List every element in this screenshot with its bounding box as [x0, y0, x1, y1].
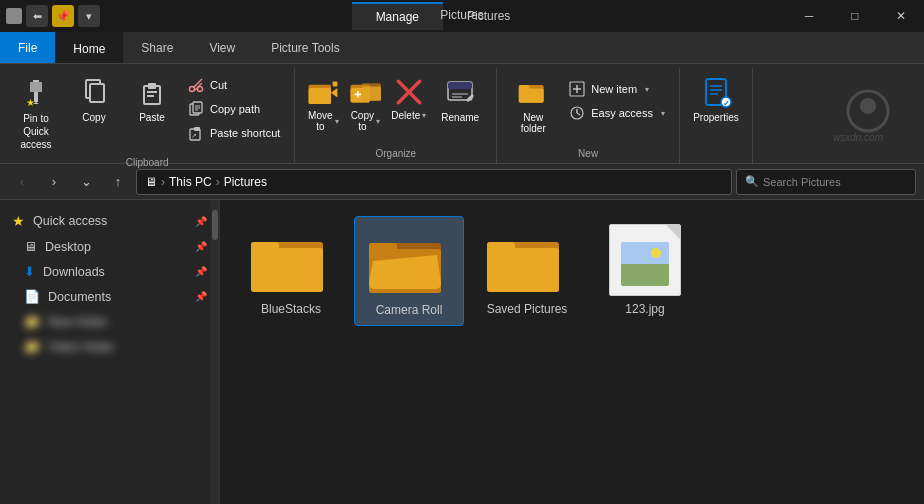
svg-rect-8 — [148, 83, 156, 89]
app-icon — [6, 8, 22, 24]
image-file-icon — [609, 224, 681, 296]
pin-label: Pin to Quickaccess — [10, 112, 62, 151]
address-path[interactable]: 🖥 › This PC › Pictures — [136, 169, 732, 195]
paste-icon — [136, 76, 168, 108]
delete-button[interactable]: Delete ▾ — [387, 72, 430, 144]
tab-view[interactable]: View — [191, 32, 253, 63]
downloads-label: Downloads — [43, 265, 105, 279]
qs-back-button[interactable]: ⬅ — [26, 5, 48, 27]
tab-home[interactable]: Home — [55, 32, 123, 63]
copy-to-icon — [349, 76, 381, 108]
svg-rect-26 — [333, 82, 338, 87]
minimize-button[interactable]: ─ — [786, 0, 832, 32]
move-to-label: Move to ▾ — [308, 110, 338, 132]
svg-line-13 — [194, 79, 202, 87]
delete-label: Delete ▾ — [391, 110, 426, 121]
paste-shortcut-label: Paste shortcut — [210, 127, 280, 139]
desktop-pin-icon: 📌 — [195, 241, 207, 252]
camera-roll-folder-icon — [369, 225, 449, 297]
clipboard-small-group: Cut Copy path — [182, 72, 286, 144]
quick-access-icon: ★ — [12, 213, 25, 229]
copy-to-chevron: ▾ — [376, 117, 380, 126]
title-bar: ⬅ 📌 ▾ Manage Pictures Pictures ─ □ ✕ — [0, 0, 924, 32]
copy-label: Copy — [82, 112, 105, 123]
paste-button[interactable]: Paste — [124, 72, 180, 144]
address-computer-icon: 🖥 — [145, 175, 157, 189]
documents-pin-icon: 📌 — [195, 291, 207, 302]
copy-button[interactable]: Copy — [66, 72, 122, 144]
sidebar-item-downloads[interactable]: ⬇ Downloads 📌 — [0, 259, 219, 284]
new-buttons: New folder New item ▾ — [505, 72, 671, 146]
new-folder-icon — [517, 76, 549, 108]
svg-rect-40 — [519, 88, 544, 102]
desktop-label: Desktop — [45, 240, 91, 254]
copy-path-icon — [188, 101, 204, 117]
file-item-bluestacks[interactable]: BlueStacks — [236, 216, 346, 326]
sidebar-item-quick-access[interactable]: ★ Quick access 📌 — [0, 208, 219, 234]
cut-button[interactable]: Cut — [182, 74, 286, 96]
svg-rect-41 — [519, 85, 530, 90]
properties-button[interactable]: ✓ Properties — [688, 72, 744, 144]
search-box[interactable]: 🔍 Search Pictures — [736, 169, 916, 195]
bluestacks-label: BlueStacks — [261, 302, 321, 316]
svg-rect-62 — [369, 243, 397, 255]
svg-rect-0 — [33, 80, 39, 82]
sidebar-item-desktop[interactable]: 🖥 Desktop 📌 — [0, 234, 219, 259]
paste-shortcut-button[interactable]: ↗ Paste shortcut — [182, 122, 286, 144]
rename-label: Rename — [441, 112, 479, 123]
tab-share[interactable]: Share — [123, 32, 191, 63]
rename-icon — [444, 76, 476, 108]
pin-side-icon: 📌 — [195, 216, 207, 227]
move-to-button[interactable]: Move to ▾ — [303, 72, 343, 144]
path-separator-1: › — [161, 175, 165, 189]
delete-icon — [393, 76, 425, 108]
ribbon-properties-group: ✓ Properties — [680, 68, 753, 163]
documents-icon: 📄 — [24, 289, 40, 304]
new-group-label: New — [505, 148, 671, 163]
file-item-camera-roll[interactable]: Camera Roll — [354, 216, 464, 326]
svg-rect-65 — [487, 242, 515, 254]
new-folder-button[interactable]: New folder — [505, 72, 561, 144]
scissors-icon — [188, 77, 204, 93]
copy-to-button[interactable]: Copy to ▾ — [345, 72, 385, 144]
tab-manage[interactable]: Manage — [352, 2, 443, 30]
pin-icon: ★ — [20, 76, 52, 108]
sidebar-item-blurred-1: 📁 New folder — [0, 309, 219, 334]
new-item-button[interactable]: New item ▾ — [563, 78, 671, 100]
svg-marker-25 — [331, 88, 337, 98]
maximize-button[interactable]: □ — [832, 0, 878, 32]
ribbon: ★ Pin to Quickaccess Copy — [0, 64, 924, 164]
copy-path-button[interactable]: Copy path — [182, 98, 286, 120]
sidebar-item-documents[interactable]: 📄 Documents 📌 — [0, 284, 219, 309]
easy-access-button[interactable]: Easy access ▾ — [563, 102, 671, 124]
copy-to-label: Copy to ▾ — [351, 110, 380, 132]
qs-pin-button[interactable]: 📌 — [52, 5, 74, 27]
ribbon-tabs: File Home Share View Picture Tools — [0, 32, 924, 64]
pin-to-quick-access-button[interactable]: ★ Pin to Quickaccess — [8, 72, 64, 155]
image-preview — [621, 242, 669, 286]
tab-pictures[interactable]: Pictures — [443, 3, 534, 29]
qs-dropdown-button[interactable]: ▾ — [78, 5, 100, 27]
bluestacks-folder-icon — [251, 224, 331, 296]
tab-picture-tools[interactable]: Picture Tools — [253, 32, 357, 63]
new-item-icon — [569, 81, 585, 97]
svg-rect-58 — [251, 248, 323, 292]
svg-rect-36 — [448, 82, 472, 89]
close-button[interactable]: ✕ — [878, 0, 924, 32]
search-icon: 🔍 — [745, 175, 759, 188]
file-item-saved-pictures[interactable]: Saved Pictures — [472, 216, 582, 326]
camera-roll-label: Camera Roll — [376, 303, 443, 317]
svg-rect-30 — [362, 86, 381, 100]
svg-point-55 — [860, 98, 876, 114]
organize-group-label: Organize — [303, 148, 488, 163]
rename-button[interactable]: Rename — [432, 72, 488, 144]
sidebar: ★ Quick access 📌 🖥 Desktop 📌 ⬇ Downloads… — [0, 200, 220, 504]
organize-buttons: Move to ▾ Copy to — [303, 72, 488, 146]
new-item-label: New item — [591, 83, 637, 95]
properties-buttons: ✓ Properties — [688, 72, 744, 157]
file-item-123jpg[interactable]: 123.jpg — [590, 216, 700, 326]
quick-access-label: Quick access — [33, 214, 107, 228]
ribbon-organize-group: Move to ▾ Copy to — [295, 68, 497, 163]
tab-file[interactable]: File — [0, 32, 55, 63]
jpg-label: 123.jpg — [625, 302, 664, 316]
